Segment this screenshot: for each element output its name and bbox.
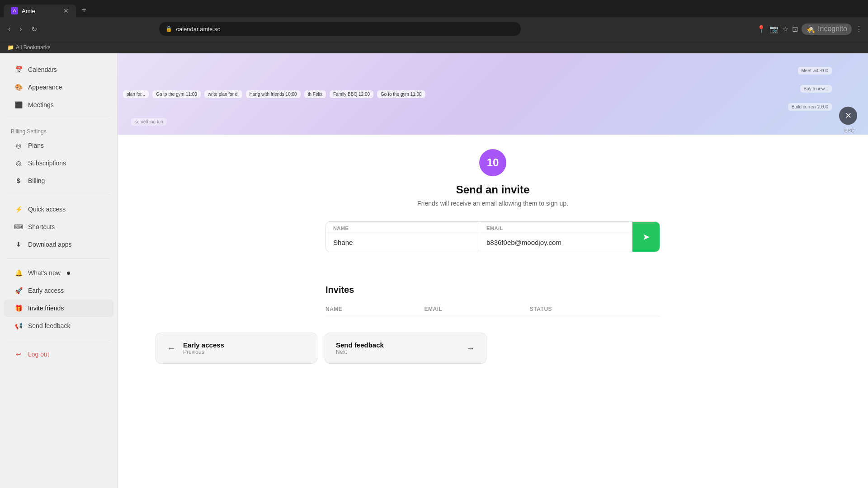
calendar-events-overlay: plan for... Go to the gym 11:00 write pl… <box>118 53 868 135</box>
address-bar[interactable]: 🔒 calendar.amie.so <box>159 22 521 36</box>
event-chip-6: Family BBQ 12:00 <box>330 90 373 98</box>
sidebar-item-shortcuts[interactable]: Shortcuts <box>4 218 113 235</box>
sidebar-item-meetings[interactable]: Meetings <box>4 96 113 113</box>
meetings-icon <box>14 101 23 109</box>
sidebar-item-calendars[interactable]: Calendars <box>4 61 113 78</box>
sidebar-item-quickaccess[interactable]: Quick access <box>4 201 113 218</box>
sidebar-item-earlyaccess[interactable]: Early access <box>4 282 113 299</box>
incognito-badge: 🕵 Incognito <box>802 23 852 35</box>
sidebar-label-subscriptions: Subscriptions <box>28 160 66 167</box>
sidebar-label-appearance: Appearance <box>28 84 62 91</box>
name-input[interactable] <box>326 233 479 252</box>
left-arrow-icon: ← <box>167 343 176 353</box>
earlyaccess-icon <box>14 286 23 295</box>
forward-button[interactable]: › <box>17 22 24 36</box>
bookmarks-folder[interactable]: 📁 All Bookmarks <box>7 44 51 51</box>
prev-nav-button[interactable]: ← Early access Previous <box>156 333 317 364</box>
sidebar-item-invitefriends[interactable]: Invite friends <box>4 300 113 317</box>
send-invite-button[interactable]: ➤ <box>632 222 660 252</box>
main-content: plan for... Go to the gym 11:00 write pl… <box>118 53 868 488</box>
browser-chrome: A Amie ✕ + ‹ › ↻ 🔒 calendar.amie.so 📍 📷 … <box>0 0 868 41</box>
sidebar-divider-billing <box>7 119 110 119</box>
tab-title: Amie <box>22 8 35 14</box>
sidebar-item-plans[interactable]: Plans <box>4 137 113 154</box>
calendar-preview-banner: plan for... Go to the gym 11:00 write pl… <box>118 53 868 135</box>
menu-icon[interactable]: ⋮ <box>855 25 863 33</box>
sidebar-label-whatsnew: What's new <box>28 269 61 277</box>
lock-icon: 🔒 <box>165 26 172 32</box>
next-nav-label: Send feedback <box>336 341 384 349</box>
sidebar: Calendars Appearance Meetings Billing Se… <box>0 53 118 488</box>
billing-icon <box>14 177 23 185</box>
email-label: EMAIL <box>479 222 632 233</box>
invites-section: Invites NAME EMAIL STATUS <box>289 285 696 316</box>
sidebar-label-meetings: Meetings <box>28 101 54 108</box>
event-chip-11: Build curren 10:00 <box>788 103 832 111</box>
download-icon <box>14 240 23 249</box>
nav-right-icons: 📍 📷 ☆ ⊡ 🕵 Incognito ⋮ <box>757 23 863 35</box>
event-chip-9: Meet wit 9:00 <box>798 67 832 75</box>
location-icon[interactable]: 📍 <box>757 25 766 33</box>
back-button[interactable]: ‹ <box>5 22 13 36</box>
sidebar-divider-tools <box>7 195 110 195</box>
event-chip-1: plan for... <box>123 90 149 98</box>
bookmarks-bar: 📁 All Bookmarks <box>0 41 868 53</box>
sidebar-label-downloadapps: Download apps <box>28 241 72 248</box>
incognito-icon: 🕵 <box>806 25 815 33</box>
active-tab[interactable]: A Amie ✕ <box>4 5 76 17</box>
tab-close-button[interactable]: ✕ <box>63 7 69 14</box>
sidebar-label-billing: Billing <box>28 177 45 184</box>
invitefriends-icon <box>14 304 23 312</box>
reload-button[interactable]: ↻ <box>28 22 40 36</box>
plans-icon <box>14 141 23 150</box>
next-nav-button[interactable]: Send feedback Next → <box>325 333 486 364</box>
sidebar-item-whatsnew[interactable]: What's new <box>4 264 113 282</box>
sidebar-label-calendars: Calendars <box>28 66 57 73</box>
send-icon: ➤ <box>642 231 650 242</box>
appearance-icon <box>14 83 23 91</box>
camera-icon[interactable]: 📷 <box>769 25 778 33</box>
name-column: NAME <box>326 222 479 252</box>
sidebar-item-downloadapps[interactable]: Download apps <box>4 236 113 253</box>
event-chip-2: Go to the gym 11:00 <box>152 90 201 98</box>
star-icon[interactable]: ☆ <box>782 25 788 33</box>
sidebar-label-invitefriends: Invite friends <box>28 305 64 312</box>
whatsnew-icon <box>14 269 23 277</box>
col-status-header: STATUS <box>530 302 660 316</box>
invites-title: Invites <box>326 285 660 295</box>
sidebar-toggle-icon[interactable]: ⊡ <box>792 25 798 33</box>
sidebar-item-logout[interactable]: Log out <box>4 346 113 363</box>
sidebar-item-billing[interactable]: Billing <box>4 172 113 189</box>
new-tab-button[interactable]: + <box>78 5 90 15</box>
sidebar-divider-misc <box>7 258 110 259</box>
sidebar-label-shortcuts: Shortcuts <box>28 223 55 230</box>
prev-nav-label: Early access <box>183 341 224 349</box>
invite-count-badge: 10 <box>479 149 506 176</box>
email-input[interactable] <box>479 233 632 252</box>
tab-bar: A Amie ✕ + <box>0 0 868 17</box>
prev-nav-text: Early access Previous <box>183 341 224 355</box>
close-button[interactable]: ✕ <box>839 107 857 125</box>
sidebar-label-plans: Plans <box>28 142 44 149</box>
tab-favicon: A <box>11 7 18 14</box>
sidebar-label-earlyaccess: Early access <box>28 287 64 294</box>
invite-title: Send an invite <box>326 183 660 196</box>
sidebar-item-subscriptions[interactable]: Subscriptions <box>4 155 113 172</box>
col-email-header: EMAIL <box>425 302 530 316</box>
event-chip-4: Hang with friends 10:00 <box>246 90 301 98</box>
feedback-icon <box>14 322 23 330</box>
sidebar-divider-logout <box>7 340 110 340</box>
right-arrow-icon: → <box>466 343 475 353</box>
sidebar-item-sendfeedback[interactable]: Send feedback <box>4 317 113 334</box>
billing-section-label: Billing Settings <box>0 125 117 136</box>
folder-icon: 📁 <box>7 44 14 51</box>
sidebar-item-appearance[interactable]: Appearance <box>4 79 113 96</box>
email-column: EMAIL <box>479 222 632 252</box>
app-container: Calendars Appearance Meetings Billing Se… <box>0 53 868 488</box>
logout-icon <box>14 350 23 358</box>
invite-section: 10 Send an invite Friends will receive a… <box>289 149 696 285</box>
quickaccess-icon <box>14 205 23 213</box>
incognito-label: Incognito <box>818 25 847 33</box>
event-chip-8: something fun <box>131 118 167 126</box>
invites-table: NAME EMAIL STATUS <box>326 302 660 316</box>
